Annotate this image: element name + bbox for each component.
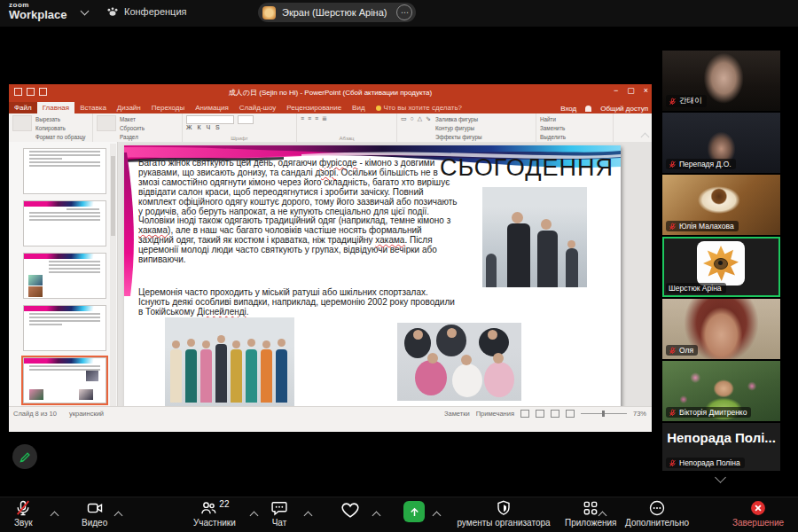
end-meeting-button[interactable]: Завершение: [732, 499, 784, 528]
chat-bubble-icon: [270, 499, 288, 517]
end-call-icon: [749, 499, 767, 517]
camera-icon: [86, 499, 104, 517]
slide-thumbnail: [23, 305, 106, 351]
slide-thumbnail: [23, 200, 106, 246]
language-indicator: украинский: [57, 410, 104, 418]
apps-options-caret[interactable]: [599, 506, 606, 522]
ppt-window-title: 成人の日 (Sejin no Hi) - PowerPoint (Сбой ак…: [9, 88, 652, 98]
video-options-caret[interactable]: [115, 506, 121, 522]
font-size-box: [238, 115, 254, 124]
font-style-buttons: Ж К Ч S: [186, 124, 293, 130]
logo-workplace: Workplace: [9, 9, 67, 20]
ribbon-group-editing: Найти Заменить Выделить Редактирование: [536, 113, 614, 142]
shared-screen-powerpoint-window: 成人の日 (Sejin no Hi) - PowerPoint (Сбой ак…: [9, 84, 652, 432]
tab-file: Файл: [9, 102, 37, 113]
participant-name: Вікторія Дмитренко: [679, 408, 747, 417]
ribbon-group-font: Ж К Ч S Шрифт: [183, 113, 297, 142]
muted-mic-icon: [669, 98, 677, 106]
participant-tile[interactable]: Вікторія Дмитренко: [662, 361, 780, 421]
paragraph-buttons: ≡ ≡ ≡ ≣: [301, 115, 393, 122]
new-slide-button: [97, 115, 116, 131]
participant-tile[interactable]: Перепадя Д.О.: [662, 113, 780, 173]
share-options-button[interactable]: ⋯: [396, 4, 412, 20]
participant-tile[interactable]: Оля: [662, 299, 780, 359]
audio-options-caret[interactable]: [51, 506, 58, 522]
font-name-box: [186, 115, 234, 124]
participant-name: Шерстюк Аріна: [669, 284, 722, 293]
ppt-ribbon-tabs: Файл Главная Вставка Дизайн Переходы Ани…: [9, 100, 652, 113]
zoom-workplace-logo: zoom Workplace: [9, 2, 67, 20]
slide-canvas: СЬОГОДЕННЯ Багато жінок святкують цей де…: [124, 145, 621, 410]
gallery-scroll-down-icon[interactable]: [715, 472, 726, 483]
participant-tile[interactable]: Юлія Малахова: [662, 175, 780, 235]
participants-options-caret[interactable]: [251, 506, 257, 522]
tab-transitions: Переходы: [146, 102, 191, 113]
bulb-icon: [376, 106, 381, 111]
pencil-icon: [19, 450, 32, 464]
shape-outline-label: Контур фигуры: [435, 124, 481, 132]
sign-in-label: Вход: [560, 105, 576, 113]
tab-design: Дизайн: [112, 102, 146, 113]
zoom-slider: [581, 413, 627, 414]
select-label: Выделить: [540, 133, 609, 141]
annotation-button[interactable]: [12, 444, 37, 469]
participant-tile-no-video[interactable]: Непорада Полі... Непорада Поліна: [662, 423, 780, 471]
slide-left-accent-graphic: [124, 153, 138, 296]
heart-icon: [340, 500, 361, 520]
muted-mic-icon: [14, 499, 32, 517]
share-screen-button[interactable]: [403, 501, 425, 522]
view-normal-icon: [520, 410, 529, 418]
tab-view: Вид: [347, 102, 370, 113]
participant-tile[interactable]: 간태이: [662, 51, 780, 111]
participant-display-name: Непорада Полі...: [662, 430, 780, 445]
paw-icon: [106, 6, 119, 17]
share-options-caret[interactable]: [434, 506, 440, 522]
replace-label: Заменить: [540, 124, 609, 132]
ppt-window-controls: − ▢ ×: [614, 86, 648, 95]
ribbon-group-drawing: ▭ ○ △ ⇘ Заливка фигуры Контур фигуры Эфф…: [397, 113, 536, 142]
chat-button[interactable]: Чат: [270, 499, 288, 528]
ppt-ribbon: Вырезать Копировать Формат по образцу Бу…: [9, 113, 652, 143]
ppt-editor-area: СЬОГОДЕННЯ Багато жінок святкують цей де…: [9, 142, 652, 419]
participant-name: Перепадя Д.О.: [679, 160, 732, 168]
layout-label: Макет: [120, 115, 145, 123]
reactions-button[interactable]: [340, 500, 361, 520]
shapes-gallery: ▭ ○ △ ⇘: [401, 115, 432, 122]
shield-icon: [495, 499, 512, 517]
ribbon-group-slides: Макет Сбросить Раздел Создать слайд · Сл…: [93, 113, 183, 142]
workspace-chevron-icon[interactable]: [81, 7, 90, 16]
avatar: [697, 241, 745, 286]
restore-icon: ▢: [627, 86, 635, 95]
photo-men-in-kimono: [482, 187, 587, 287]
meeting-tab[interactable]: Конференция: [106, 6, 186, 17]
audio-button[interactable]: Звук: [14, 499, 33, 528]
slide-thumbnail: [23, 148, 106, 194]
zoom-top-bar: zoom Workplace Конференция Экран (Шерстю…: [0, 0, 798, 27]
reset-label: Сбросить: [120, 124, 145, 132]
participants-button[interactable]: 22 Участники: [193, 499, 236, 528]
ppt-title-bar: 成人の日 (Sejin no Hi) - PowerPoint (Сбой ак…: [9, 84, 652, 100]
slide-thumbnail-panel: [9, 142, 118, 419]
apps-icon: [582, 499, 599, 517]
participant-name: Юлія Малахова: [679, 222, 734, 231]
chat-options-caret[interactable]: [305, 506, 311, 522]
tab-home: Главная: [37, 102, 74, 113]
muted-mic-icon: [669, 160, 677, 168]
share-document-label: Общий доступ: [600, 105, 648, 113]
meeting-control-bar: Звук Видео 22 Участники Чат: [0, 497, 798, 532]
participant-tile-active-speaker[interactable]: Шерстюк Аріна: [662, 237, 780, 297]
slide-paragraph-2: Церемонія часто проходить у міській рату…: [138, 288, 459, 317]
ppt-account-area: Вход Общий доступ: [560, 105, 648, 113]
reactions-options-caret[interactable]: [373, 506, 379, 522]
host-tools-button[interactable]: рументы организатора: [450, 499, 557, 528]
participant-name: Оля: [679, 346, 693, 355]
zoom-percent: 73%: [633, 410, 646, 418]
screen-share-indicator[interactable]: Экран (Шерстюк Аріна) ⋯: [258, 3, 416, 22]
tab-slideshow: Слайд-шоу: [234, 102, 281, 113]
more-button[interactable]: Дополнительно: [625, 499, 689, 528]
slide-title: СЬОГОДЕННЯ: [440, 154, 614, 182]
apps-button[interactable]: Приложения: [565, 499, 617, 528]
video-button[interactable]: Видео: [82, 499, 107, 528]
sharer-avatar-icon: [262, 6, 276, 20]
muted-mic-icon: [669, 347, 677, 355]
